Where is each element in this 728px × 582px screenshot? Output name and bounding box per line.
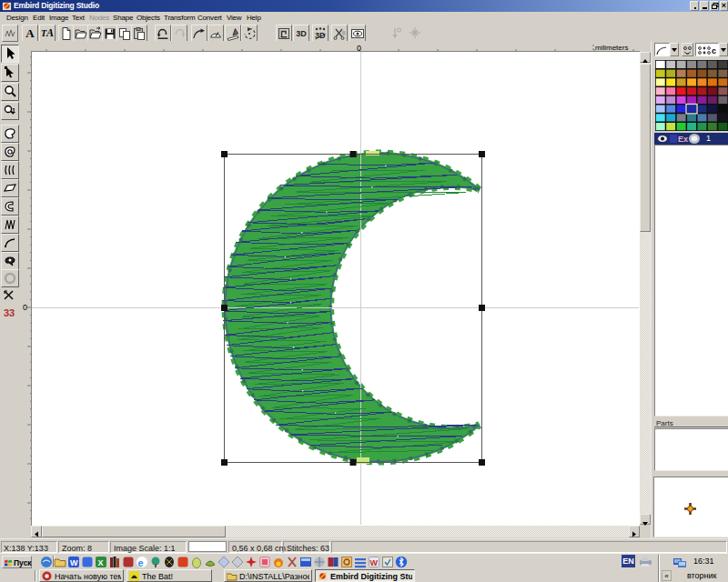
svg-text:W: W <box>370 558 379 567</box>
svg-text:W: W <box>70 558 78 567</box>
svg-text:e: e <box>138 557 144 568</box>
svg-text:Ex: Ex <box>678 135 688 144</box>
svg-text:0: 0 <box>23 303 27 312</box>
svg-text:1: 1 <box>12 107 15 114</box>
svg-text:X: X <box>98 558 104 567</box>
svg-text:c: c <box>712 46 716 55</box>
